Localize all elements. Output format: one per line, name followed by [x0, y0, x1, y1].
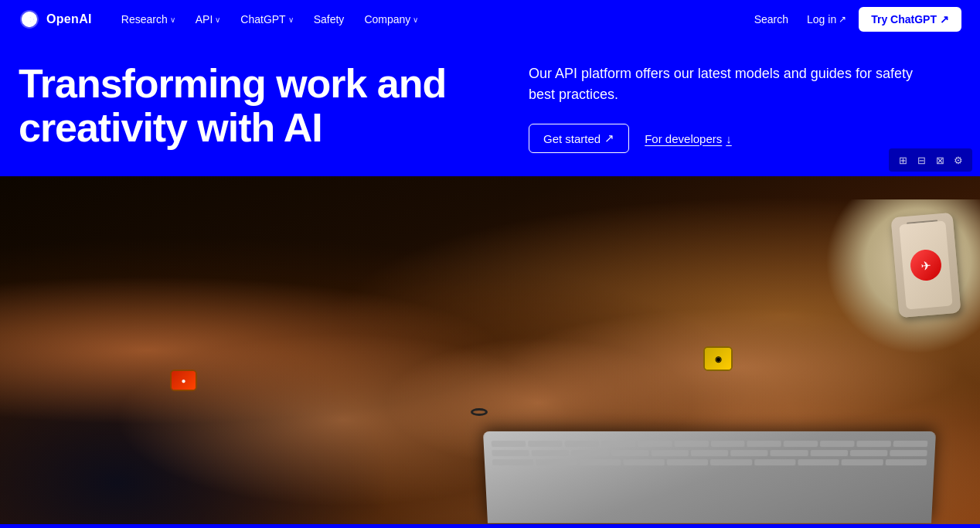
hero-section: Transforming work and creativity with AI… [0, 39, 980, 176]
nav-links: Research ∨ API ∨ ChatGPT ∨ Safety Compan… [114, 9, 426, 30]
chevron-down-icon: ∨ [288, 15, 294, 24]
search-button[interactable]: Search [748, 9, 795, 30]
nav-item-company[interactable]: Company ∨ [356, 9, 426, 30]
chevron-down-icon: ∨ [413, 15, 418, 24]
nav-item-api[interactable]: API ∨ [188, 9, 229, 30]
login-button[interactable]: Log in ↗ [807, 13, 846, 26]
hero-description: Our API platform offers our latest model… [529, 63, 915, 105]
navbar-right: Search Log in ↗ Try ChatGPT ↗ [748, 7, 961, 32]
ring [471, 408, 488, 416]
get-started-button[interactable]: Get started ↗ [529, 124, 629, 153]
zoom-out-icon[interactable]: ⊟ [914, 152, 929, 168]
zoom-fit-icon[interactable]: ⊞ [895, 152, 910, 168]
svg-point-6 [27, 17, 32, 22]
settings-icon[interactable]: ⚙ [951, 152, 966, 168]
logo[interactable]: OpenAI [19, 9, 92, 30]
arrow-icon: ↗ [604, 131, 614, 145]
chevron-down-icon: ∨ [215, 15, 220, 24]
hero-right: Our API platform offers our latest model… [529, 62, 961, 153]
hero-left: Transforming work and creativity with AI [19, 62, 529, 150]
nav-item-safety[interactable]: Safety [306, 9, 352, 30]
nav-item-research[interactable]: Research ∨ [114, 9, 183, 30]
phone-device: ✈ [890, 213, 961, 318]
hero-title: Transforming work and creativity with AI [19, 62, 498, 150]
arrow-icon: ↗ [940, 13, 949, 26]
chevron-down-icon: ∨ [170, 15, 175, 24]
nav-item-chatgpt[interactable]: ChatGPT ∨ [233, 9, 301, 30]
arrow-down-icon: ↓ [726, 132, 732, 145]
for-developers-button[interactable]: For developers ↓ [645, 132, 732, 145]
yellow-watch: ◉ [703, 346, 733, 371]
svg-point-0 [28, 12, 32, 18]
logo-text: OpenAI [46, 12, 92, 26]
fullscreen-icon[interactable]: ⊠ [932, 152, 948, 168]
svg-point-3 [28, 21, 32, 27]
image-toolbar: ⊞ ⊟ ⊠ ⚙ [889, 148, 972, 172]
try-chatgpt-button[interactable]: Try ChatGPT ↗ [859, 7, 961, 32]
external-link-icon: ↗ [839, 14, 846, 25]
openai-logo-icon [19, 9, 40, 30]
image-container: ⊞ ⊟ ⊠ ⚙ [0, 176, 980, 524]
red-watch: ● [170, 370, 197, 391]
navbar: OpenAI Research ∨ API ∨ ChatGPT ∨ Safety… [0, 0, 980, 39]
laptop-base [483, 431, 936, 523]
hero-image: ✈ ● ◉ [0, 176, 980, 524]
navbar-left: OpenAI Research ∨ API ∨ ChatGPT ∨ Safety… [19, 9, 426, 30]
